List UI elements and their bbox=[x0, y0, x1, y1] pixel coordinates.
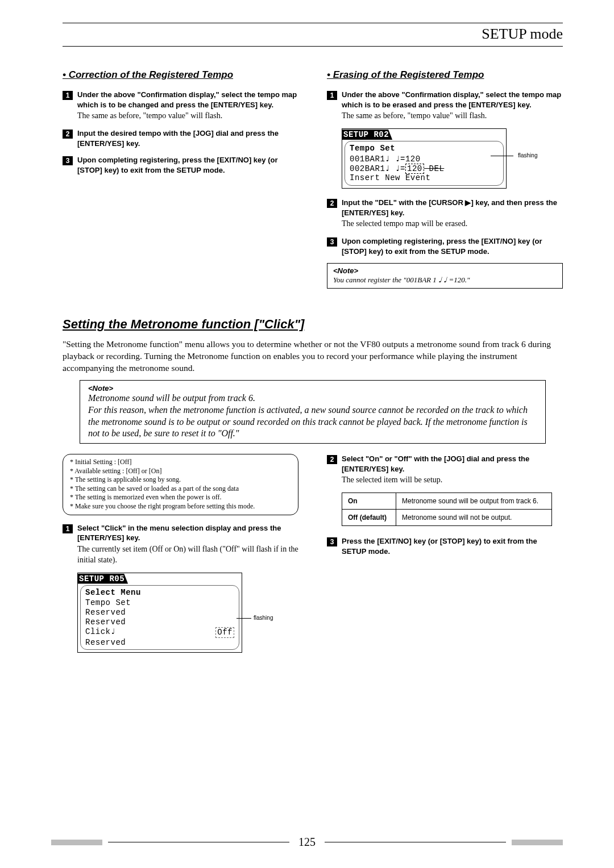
lcd-line5: Reserved bbox=[85, 638, 234, 648]
lcd-title: Tempo Set bbox=[350, 144, 499, 153]
table-row: On Metronome sound will be output from t… bbox=[342, 493, 552, 510]
page-footer: 125 bbox=[0, 836, 614, 849]
lcd-line3: Reserved bbox=[85, 617, 234, 627]
metr-step2-bold: Select "On" or "Off" with the [JOG] dial… bbox=[342, 454, 563, 474]
table-row: Off (default) Metronome sound will not b… bbox=[342, 510, 552, 526]
left-step3-bold: Upon completing registering, press the [… bbox=[77, 155, 298, 175]
heading-erasing: • Erasing of the Registered Tempo bbox=[327, 69, 563, 81]
right-step2-plain: The selected tempo map will be erased. bbox=[342, 219, 563, 229]
heading-metronome: Setting the Metronome function ["Click"] bbox=[63, 317, 563, 332]
lcd-display-erasing: SETUP R02 Tempo Set 001BAR1♩ ♩=120 002BA… bbox=[342, 128, 563, 189]
step-number-1: 1 bbox=[63, 524, 73, 533]
heading-correction: • Correction of the Registered Tempo bbox=[63, 69, 298, 81]
metr-step3-bold: Press the [EXIT/NO] key (or [STOP] key) … bbox=[342, 536, 563, 556]
step-number-3: 3 bbox=[327, 237, 337, 247]
right-step3-bold: Upon completing registering, press the [… bbox=[342, 236, 563, 256]
right-step1-plain: The same as before, "tempo value" will f… bbox=[342, 111, 563, 122]
step-number-3: 3 bbox=[63, 156, 73, 165]
lcd-line4: Click♩ Off bbox=[85, 627, 234, 638]
lcd-line1: 001BAR1♩ ♩=120 bbox=[350, 155, 499, 164]
step-number-2: 2 bbox=[63, 130, 73, 139]
metronome-lead: "Setting the Metronome function" menu al… bbox=[63, 339, 563, 374]
lcd-tab: SETUP R02 bbox=[342, 130, 392, 140]
metronome-table: On Metronome sound will be output from t… bbox=[342, 493, 552, 526]
right-step2-bold: Input the "DEL" with the [CURSOR ▶] key,… bbox=[342, 198, 563, 218]
lcd-line3: Insert New Event bbox=[350, 173, 499, 183]
step-number-1: 1 bbox=[327, 91, 337, 100]
lcd-line2: Reserved bbox=[85, 608, 234, 617]
metr-step2-plain: The selected item will be setup. bbox=[342, 475, 563, 486]
lcd-tab: SETUP R05 bbox=[78, 574, 128, 584]
flashing-label: flashing bbox=[518, 152, 537, 158]
note-box-erasing: <Note> You cannot register the "001BAR 1… bbox=[327, 263, 563, 289]
left-step1-plain: The same as before, "tempo value" will f… bbox=[77, 111, 298, 122]
lcd-line1: Tempo Set bbox=[85, 598, 234, 608]
lcd-line2: 002BAR1♩ ♩=120 DEL bbox=[350, 164, 499, 174]
note-box-metronome: <Note> Metronome sound will be output fr… bbox=[80, 380, 546, 444]
page-header: SETUP mode bbox=[63, 26, 563, 43]
flashing-label: flashing bbox=[254, 615, 273, 621]
step-number-2: 2 bbox=[327, 455, 337, 464]
right-step1-bold: Under the above "Confirmation display," … bbox=[342, 90, 563, 110]
left-step1-bold: Under the above "Confirmation display," … bbox=[77, 90, 298, 110]
specs-box: * Initial Setting : [Off] * Available se… bbox=[63, 454, 298, 515]
left-step2-bold: Input the desired tempo with the [JOG] d… bbox=[77, 128, 298, 148]
lcd-display-click: SETUP R05 Select Menu Tempo Set Reserved… bbox=[77, 573, 298, 653]
metr-step1-bold: Select "Click" in the menu selection dis… bbox=[77, 523, 298, 543]
step-number-1: 1 bbox=[63, 91, 73, 100]
page-number: 125 bbox=[295, 836, 319, 849]
lcd-title: Select Menu bbox=[85, 588, 234, 598]
step-number-2: 2 bbox=[327, 199, 337, 208]
metr-step1-plain: The currently set item (Off or On) will … bbox=[77, 544, 298, 566]
step-number-3: 3 bbox=[327, 537, 337, 546]
